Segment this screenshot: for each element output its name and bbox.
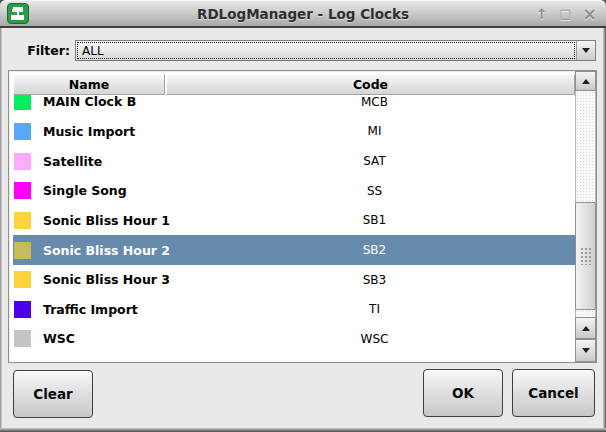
clock-list: MAIN Clock B MCB Music Import MI Satelli… — [13, 95, 575, 354]
window-border-left — [0, 0, 2, 432]
table-row-selected[interactable]: Sonic Bliss Hour 2 SB2 — [13, 235, 575, 265]
clock-code: MCB — [170, 95, 575, 109]
scrollbar-up-button-bottom[interactable] — [575, 317, 596, 339]
clock-color-swatch — [14, 271, 31, 288]
table-row[interactable]: Music Import MI — [13, 117, 575, 147]
arrow-down-icon — [582, 348, 590, 353]
ok-button[interactable]: OK — [423, 369, 503, 417]
scrollbar-up-button[interactable] — [575, 71, 596, 91]
clock-name: WSC — [43, 331, 75, 346]
filter-combobox-arrow-button[interactable] — [576, 41, 595, 60]
clock-list-viewport: MAIN Clock B MCB Music Import MI Satelli… — [13, 95, 575, 362]
clock-name: Sonic Bliss Hour 2 — [43, 243, 170, 258]
window-border-bottom — [0, 428, 606, 432]
table-row[interactable]: Single Song SS — [13, 176, 575, 206]
filter-combobox[interactable]: ALL — [75, 40, 596, 61]
clock-code: SB2 — [170, 243, 575, 257]
clock-name: Traffic Import — [43, 302, 138, 317]
table-row[interactable]: Satellite SAT — [13, 146, 575, 176]
clock-code: TI — [170, 302, 575, 316]
clock-name: Sonic Bliss Hour 1 — [43, 213, 170, 228]
scrollbar-thumb[interactable] — [575, 202, 596, 310]
arrow-up-icon — [582, 326, 590, 331]
column-header-name[interactable]: Name — [13, 74, 165, 95]
clock-color-swatch — [14, 123, 31, 140]
column-header-code[interactable]: Code — [166, 74, 575, 95]
filter-combobox-value: ALL — [77, 42, 575, 59]
window-title: RDLogManager - Log Clocks — [0, 0, 606, 28]
table-row[interactable]: Traffic Import TI — [13, 294, 575, 324]
clock-code: MI — [170, 124, 575, 138]
shade-icon[interactable]: ↑ — [533, 4, 550, 24]
clock-code: SB3 — [170, 273, 575, 287]
cancel-button[interactable]: Cancel — [512, 369, 595, 417]
rdlogmanager-window: RDLogManager - Log Clocks ↑ □ × Filter: … — [0, 0, 606, 432]
clock-color-swatch — [14, 95, 31, 110]
clock-color-swatch — [14, 212, 31, 229]
clock-color-swatch — [14, 182, 31, 199]
table-row[interactable]: Sonic Bliss Hour 1 SB1 — [13, 206, 575, 236]
chevron-down-icon — [582, 48, 590, 53]
arrow-up-icon — [582, 79, 590, 84]
close-icon[interactable]: × — [581, 4, 598, 24]
table-row[interactable]: Sonic Bliss Hour 3 SB3 — [13, 265, 575, 295]
clock-code: WSC — [170, 332, 575, 346]
clear-button[interactable]: Clear — [13, 370, 93, 418]
titlebar[interactable]: RDLogManager - Log Clocks ↑ □ × — [0, 0, 606, 28]
clock-name: Satellite — [43, 154, 102, 169]
clock-color-swatch — [14, 330, 31, 347]
scrollbar-grip-icon — [580, 247, 592, 265]
clock-color-swatch — [14, 301, 31, 318]
clock-name: Music Import — [43, 124, 135, 139]
clock-name: Sonic Bliss Hour 3 — [43, 272, 170, 287]
clock-name: MAIN Clock B — [43, 95, 136, 109]
maximize-icon[interactable]: □ — [557, 4, 574, 24]
window-controls: ↑ □ × — [533, 0, 598, 28]
clock-code: SAT — [170, 154, 575, 168]
scrollbar-down-button[interactable] — [575, 339, 596, 362]
clock-code: SS — [170, 184, 575, 198]
clock-color-swatch — [14, 153, 31, 170]
filter-label: Filter: — [18, 43, 70, 58]
clock-code: SB1 — [170, 213, 575, 227]
clock-name: Single Song — [43, 183, 127, 198]
table-row[interactable]: MAIN Clock B MCB — [13, 95, 575, 117]
clock-color-swatch — [14, 242, 31, 259]
table-row[interactable]: WSC WSC — [13, 324, 575, 354]
